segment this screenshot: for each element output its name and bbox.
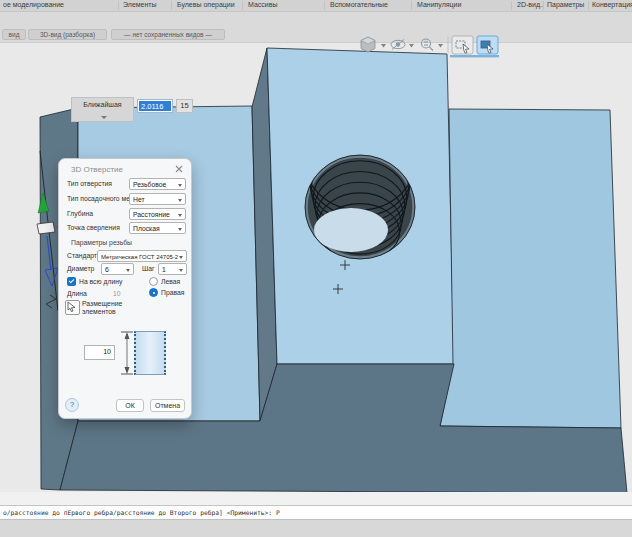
chevron-down-icon: [179, 269, 183, 272]
thread-right-radio[interactable]: [149, 288, 158, 297]
dialog-title: 3D Отверстие: [71, 165, 123, 174]
ribbon-separator: [242, 1, 243, 10]
hole-bottom-highlight: [314, 208, 388, 252]
ribbon-tab-modeling[interactable]: ое моделирование: [3, 1, 64, 8]
ribbon-tab-parameters[interactable]: Параметры: [547, 1, 584, 8]
standard-select[interactable]: Метрическая ГОСТ 24705-2004: [97, 250, 187, 262]
chevron-down-icon: [178, 214, 182, 217]
ribbon-tab-boolean[interactable]: Булевы операции: [177, 1, 235, 8]
seat-type-value: Нет: [133, 196, 177, 203]
chevron-down-icon[interactable]: [381, 44, 386, 48]
chevron-down-icon: [178, 199, 182, 202]
depth-mode-label: Глубина: [67, 210, 93, 217]
thread-params-group-label: Параметры резьбы: [71, 239, 132, 246]
full-length-label: На всю длину: [79, 278, 122, 285]
axis-handle-box[interactable]: [37, 222, 55, 234]
viewport-canvas[interactable]: Ближайшая 2.0116 15 3D Отверстие Тип отв…: [0, 42, 632, 493]
select-crossing-button-active[interactable]: [477, 36, 498, 54]
chevron-down-icon[interactable]: [438, 44, 443, 48]
cancel-button[interactable]: Отмена: [150, 399, 185, 412]
ribbon-tab-bar: ое моделирование Элементы Булевы операци…: [0, 0, 632, 12]
hole-type-label: Тип отверстия: [67, 180, 112, 187]
ribbon-tab-auxiliary[interactable]: Вспомогательные: [330, 1, 388, 8]
zoom-search-icon[interactable]: [422, 39, 434, 51]
ribbon-separator: [118, 1, 119, 10]
chevron-down-icon: [101, 116, 107, 119]
hole-dialog: 3D Отверстие Тип отверстия Резьбовое Тип…: [58, 158, 192, 419]
seat-type-select[interactable]: Нет: [129, 193, 186, 205]
visibility-eye-icon[interactable]: [391, 40, 405, 50]
select-window-button[interactable]: [452, 36, 473, 54]
ribbon-tab-manipulate[interactable]: Манипуляции: [417, 1, 461, 8]
distance-value-selected: 2.0116: [139, 101, 171, 111]
standard-value: Метрическая ГОСТ 24705-2004: [101, 254, 178, 260]
ribbon-tab-2d-view[interactable]: 2D-вид..: [517, 1, 544, 8]
drill-point-select[interactable]: Плоская: [129, 222, 186, 234]
chevron-down-icon: [179, 256, 183, 259]
hole-type-value: Резьбовое: [133, 181, 177, 188]
placement-label: Размещение элементов: [82, 300, 144, 316]
pitch-label: Шаг: [142, 265, 155, 272]
secondary-value-field[interactable]: 15: [176, 99, 193, 113]
chevron-down-icon: [178, 228, 182, 231]
thread-left-radio[interactable]: [149, 277, 158, 286]
saved-views-button[interactable]: — нет сохраненных видов —: [111, 29, 225, 40]
thread-preview-graphic: [134, 331, 166, 375]
command-prompt-text: о/расстояние до пЕрвого ребра/расстояние…: [3, 509, 280, 516]
cursor-arrow-icon: [66, 301, 77, 312]
full-length-checkbox[interactable]: [67, 277, 76, 286]
thread-right-label: Правая: [161, 289, 184, 296]
active-group-underline: [450, 55, 499, 57]
canvas-footer-strip: [0, 492, 632, 505]
diameter-value: 6: [105, 266, 125, 273]
ribbon-separator: [511, 1, 512, 10]
ribbon-separator: [588, 1, 589, 10]
snap-mode-button[interactable]: Ближайшая: [71, 97, 134, 122]
length-label: Длина: [67, 290, 87, 297]
view-mode-button[interactable]: вид: [2, 29, 26, 40]
ribbon-tab-arrays[interactable]: Массивы: [248, 1, 277, 8]
ribbon-separator: [543, 1, 544, 10]
ribbon-tab-convert[interactable]: Конвертация: [592, 1, 632, 8]
thread-left-label: Левая: [161, 278, 180, 285]
view-cube-icon[interactable]: [361, 37, 375, 52]
close-icon[interactable]: [175, 165, 183, 173]
pitch-select[interactable]: 1: [158, 263, 187, 275]
placement-tool-button[interactable]: [65, 300, 80, 315]
ribbon-separator: [324, 1, 325, 10]
diameter-select[interactable]: 6: [101, 263, 134, 275]
standard-label: Стандарт: [67, 252, 97, 259]
pitch-value: 1: [162, 266, 178, 273]
model-face-right-front[interactable]: [440, 109, 621, 428]
ribbon-separator: [411, 1, 412, 10]
chevron-down-icon: [178, 184, 182, 187]
snap-mode-label: Ближайшая: [72, 101, 133, 108]
ribbon-tab-elements[interactable]: Элементы: [123, 1, 157, 8]
command-line-bar[interactable]: о/расстояние до пЕрвого ребра/расстояние…: [0, 505, 632, 519]
ribbon-separator: [171, 1, 172, 10]
hole-type-select[interactable]: Резьбовое: [129, 178, 186, 190]
drill-point-label: Точка сверления: [67, 224, 120, 231]
visual-style-button[interactable]: 3D-вид (разборка): [28, 29, 107, 40]
diameter-label: Диаметр: [67, 265, 94, 272]
help-button[interactable]: ?: [65, 398, 79, 412]
drill-point-value: Плоская: [133, 225, 177, 232]
depth-mode-select[interactable]: Расстояние: [129, 208, 186, 220]
distance-input[interactable]: 2.0116: [137, 99, 173, 113]
ok-button[interactable]: ОК: [116, 399, 144, 412]
chevron-down-icon: [126, 269, 130, 272]
length-value: 10: [113, 290, 121, 297]
chevron-down-icon[interactable]: [409, 44, 414, 48]
bottom-band: [0, 519, 632, 537]
view-tools-toolbar: [353, 34, 503, 58]
depth-mode-value: Расстояние: [133, 211, 177, 218]
depth-value-input[interactable]: 10: [84, 345, 115, 360]
